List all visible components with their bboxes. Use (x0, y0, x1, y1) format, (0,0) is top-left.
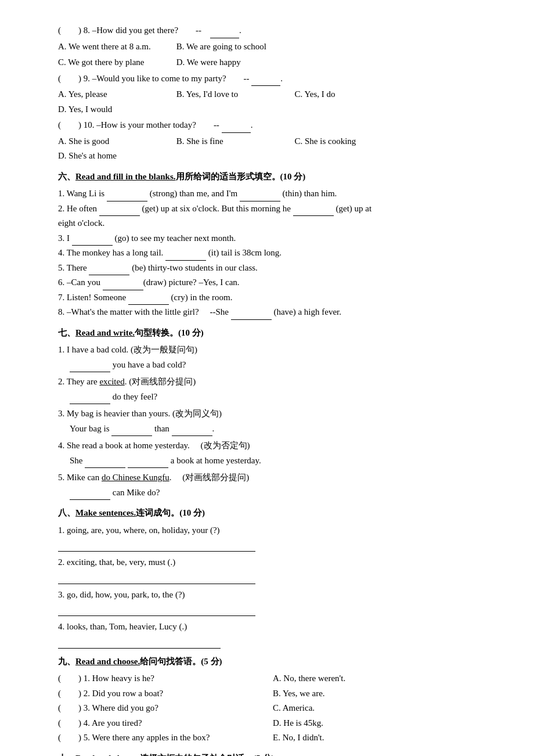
q8-optA: A. We went there at 8 a.m. (58, 39, 174, 55)
seven-q2: 2. They are excited. (对画线部分提问) do they f… (58, 375, 488, 404)
q9-options: A. Yes, please B. Yes, I'd love to C. Ye… (58, 87, 488, 117)
six-q1: 1. Wang Li is (strong) than me, and I'm … (58, 186, 488, 201)
six-q2b: eight o'clock. (58, 216, 488, 231)
six-q8: 8. –What's the matter with the little gi… (58, 305, 488, 320)
eight-q2: 2. exciting, that, be, very, must (.) (58, 555, 488, 584)
q10-line: ( ) 10. –How is your mother today? -- . (58, 118, 488, 133)
ten-title: 十、Read and choose.选择方框中的句子补全对话。(5 分) (58, 751, 488, 757)
eight-q1: 1. going, are, you, where, on, holiday, … (58, 523, 488, 552)
q8-line: ( ) 8. –How did you get there? -- . (58, 23, 488, 38)
q10-options: A. She is good B. She is fine C. She is … (58, 134, 488, 164)
six-q2: 2. He often (get) up at six o'clock. But… (58, 201, 488, 217)
mcq-section: ( ) 8. –How did you get there? -- . A. W… (58, 23, 488, 164)
q10-text: ( ) 10. –How is your mother today? -- . (58, 120, 252, 129)
nine-q1-row: ( ) 1. How heavy is he? A. No, there wer… (58, 671, 488, 686)
six-q4: 4. The monkey has a long tail. (it) tail… (58, 246, 488, 261)
q8-options2: C. We got there by plane D. We were happ… (58, 55, 488, 70)
q8-optD: D. We were happy (176, 55, 293, 70)
q8-optB: B. We are going to school (176, 39, 293, 55)
section-seven: 七、Read and write.句型转换。(10 分) 1. I have a… (58, 326, 488, 501)
nine-q3-row: ( ) 3. Where did you go? C. America. (58, 701, 488, 716)
q9-optD: D. Yes, I would (58, 102, 174, 117)
q9-text: ( ) 9. –Would you like to come to my par… (58, 74, 283, 83)
exam-page: ( ) 8. –How did you get there? -- . A. W… (58, 23, 488, 756)
six-q5: 5. There (be) thirty-two students in our… (58, 261, 488, 276)
seven-q5: 5. Mike can do Chinese Kungfu. (对画线部分提问)… (58, 470, 488, 500)
six-q7: 7. Listen! Someone (cry) in the room. (58, 290, 488, 305)
nine-q4-row: ( ) 4. Are you tired? D. He is 45kg. (58, 716, 488, 731)
eight-q4: 4. looks, than, Tom, heavier, Lucy (.) (58, 620, 488, 649)
seven-title: 七、Read and write.句型转换。(10 分) (58, 326, 488, 341)
nine-q2-row: ( ) 2. Did you row a boat? B. Yes, we ar… (58, 686, 488, 701)
eight-q3: 3. go, did, how, you, park, to, the (?) (58, 588, 488, 617)
seven-q1: 1. I have a bad cold. (改为一般疑问句) you have… (58, 343, 488, 372)
q9-optC: C. Yes, I do (295, 87, 411, 102)
eight-title: 八、Make sentences.连词成句。(10 分) (58, 506, 488, 521)
section-nine: 九、Read and choose.给问句找答语。(5 分) ( ) 1. Ho… (58, 654, 488, 746)
q10-optB: B. She is fine (176, 134, 293, 149)
q9-optB: B. Yes, I'd love to (176, 87, 293, 102)
q9-optA: A. Yes, please (58, 87, 174, 102)
seven-q4: 4. She read a book at home yesterday. (改… (58, 438, 488, 468)
six-q3: 3. I (go) to see my teacher next month. (58, 231, 488, 246)
section-eight: 八、Make sentences.连词成句。(10 分) 1. going, a… (58, 506, 488, 649)
six-q6: 6. –Can you (draw) picture? –Yes, I can. (58, 275, 488, 290)
q8-optC: C. We got there by plane (58, 55, 174, 70)
section-ten: 十、Read and choose.选择方框中的句子补全对话。(5 分) (58, 751, 488, 757)
seven-q3: 3. My bag is heavier than yours. (改为同义句)… (58, 406, 488, 436)
section-six: 六、Read and fill in the blanks.用所给词的适当形式填… (58, 170, 488, 320)
nine-title: 九、Read and choose.给问句找答语。(5 分) (58, 654, 488, 669)
q10-optA: A. She is good (58, 134, 174, 149)
q8-bracket: ( ) 8. –How did you get there? -- . (58, 26, 241, 35)
six-title: 六、Read and fill in the blanks.用所给词的适当形式填… (58, 170, 488, 185)
q10-optD: D. She's at home (58, 149, 174, 164)
q9-line: ( ) 9. –Would you like to come to my par… (58, 71, 488, 87)
nine-q5-row: ( ) 5. Were there any apples in the box?… (58, 730, 488, 746)
q8-options: A. We went there at 8 a.m. B. We are goi… (58, 39, 488, 55)
q10-optC: C. She is cooking (295, 134, 411, 149)
